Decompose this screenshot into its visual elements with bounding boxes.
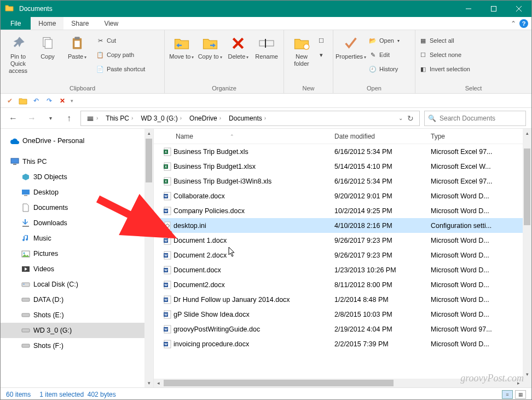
tree-this-pc[interactable]: This PC <box>1 154 153 169</box>
scrollbar-thumb[interactable] <box>524 148 530 225</box>
qat-dropdown-icon[interactable]: ▾ <box>71 98 73 104</box>
delete-button[interactable]: Delete <box>225 32 252 60</box>
breadcrumb-root-icon[interactable]: › <box>83 111 101 125</box>
file-row[interactable]: WgroovyPostWritingGuide.doc2/19/2012 4:0… <box>154 322 531 336</box>
back-button[interactable]: ← <box>6 111 20 125</box>
up-button[interactable]: ↑ <box>62 111 76 125</box>
share-tab[interactable]: Share <box>63 17 96 30</box>
column-name[interactable]: Name ⌃ <box>176 133 334 140</box>
paste-button[interactable]: Paste <box>63 32 91 60</box>
column-type[interactable]: Type <box>431 133 531 140</box>
file-row[interactable]: WCollaborate.docx9/20/2012 9:01 PMMicros… <box>154 188 531 203</box>
recent-locations-button[interactable]: ▾ <box>43 111 57 125</box>
refresh-button[interactable]: ↻ <box>407 114 414 123</box>
file-name: Document.docx <box>174 266 334 274</box>
collapse-ribbon-icon[interactable]: ⌃ <box>511 20 516 27</box>
scroll-up-icon[interactable]: ▴ <box>144 129 153 138</box>
easy-access-button[interactable]: ▾ <box>317 49 326 61</box>
breadcrumb-item[interactable]: This PC› <box>102 111 136 125</box>
tree-item[interactable]: Shots (F:) <box>1 338 153 353</box>
view-tab[interactable]: View <box>96 17 126 30</box>
scroll-down-icon[interactable]: ▾ <box>523 370 531 379</box>
maximize-button[interactable] <box>481 1 506 17</box>
tree-item[interactable]: Music <box>1 231 153 246</box>
sidebar-scrollbar[interactable]: ▴ ▾ <box>144 129 153 387</box>
file-row[interactable]: WDocument2.docx8/11/2012 8:00 PMMicrosof… <box>154 277 531 292</box>
cut-button[interactable]: ✂Cut <box>96 35 145 47</box>
new-item-button[interactable]: ☐ <box>317 35 326 47</box>
rename-button[interactable]: Rename <box>253 32 280 60</box>
properties-qat-icon[interactable]: ✔ <box>5 96 15 106</box>
move-to-button[interactable]: Move to <box>168 32 195 60</box>
file-name: Business Trip Budget-i3Win8.xls <box>174 178 334 185</box>
column-date[interactable]: Date modified <box>334 133 431 140</box>
open-button[interactable]: 📂Open▾ <box>368 35 400 47</box>
tree-item-icon <box>21 341 30 350</box>
minimize-button[interactable] <box>456 1 481 17</box>
forward-button[interactable]: → <box>25 111 39 125</box>
new-folder-button[interactable]: New folder <box>287 32 316 67</box>
tree-item[interactable]: Documents <box>1 200 153 215</box>
edit-button[interactable]: ✎Edit <box>368 49 400 61</box>
select-all-button[interactable]: ▦Select all <box>419 35 470 47</box>
scroll-up-icon[interactable]: ▴ <box>523 129 531 138</box>
address-bar[interactable]: › This PC› WD 3_0 (G:)› OneDrive› Docume… <box>80 111 420 126</box>
address-dropdown-icon[interactable]: ⌄ <box>398 115 403 121</box>
history-button[interactable]: 🕘History <box>368 63 400 75</box>
tree-item[interactable]: 3D Objects <box>1 169 153 185</box>
breadcrumb-item[interactable]: WD 3_0 (G:)› <box>137 111 185 125</box>
tree-item[interactable]: Downloads <box>1 215 153 231</box>
file-row[interactable]: WCompany Policies.docx10/2/2014 9:25 PMM… <box>154 203 531 218</box>
file-row[interactable]: WDocument 1.docx9/26/2017 9:23 PMMicroso… <box>154 233 531 248</box>
file-row[interactable]: XBusiness Trip Budget1.xlsx5/14/2015 4:1… <box>154 159 531 174</box>
file-type: Microsoft Excel W... <box>431 163 531 170</box>
pin-to-quick-access-button[interactable]: Pin to Quick access <box>4 32 32 75</box>
file-row[interactable]: WDocument.docx1/23/2013 10:26 PMMicrosof… <box>154 262 531 277</box>
scroll-down-icon[interactable]: ▾ <box>144 379 153 387</box>
file-row[interactable]: desktop.ini4/10/2018 2:16 PMConfiguratio… <box>154 218 531 233</box>
delete-qat-icon[interactable]: ✕ <box>57 96 67 106</box>
thumbnails-view-button[interactable]: ▦ <box>515 390 526 399</box>
tree-item[interactable]: Pictures <box>1 246 153 261</box>
tree-item[interactable]: Shots (E:) <box>1 307 153 323</box>
help-icon[interactable]: ? <box>519 19 528 28</box>
scrollbar-thumb[interactable] <box>164 380 394 386</box>
file-type: Microsoft Word D... <box>431 281 531 289</box>
copy-path-button[interactable]: 📋Copy path <box>96 49 145 61</box>
status-item-count: 60 items <box>6 391 31 398</box>
tree-item[interactable]: Videos <box>1 261 153 277</box>
file-row[interactable]: WDocument 2.docx9/26/2017 9:23 PMMicroso… <box>154 248 531 262</box>
tree-item[interactable]: Local Disk (C:) <box>1 277 153 292</box>
tree-item-icon <box>21 265 30 273</box>
search-input[interactable]: 🔍 Search Documents <box>424 111 526 126</box>
details-view-button[interactable]: ≡ <box>502 390 513 399</box>
file-row[interactable]: Winvoicing procedure.docx2/2/2015 7:39 P… <box>154 336 531 351</box>
scroll-left-icon[interactable]: ◂ <box>154 379 163 387</box>
close-button[interactable] <box>506 1 531 17</box>
breadcrumb-item[interactable]: Documents› <box>225 111 269 125</box>
tree-item[interactable]: DATA (D:) <box>1 292 153 307</box>
copy-to-button[interactable]: Copy to <box>196 32 224 60</box>
tree-onedrive[interactable]: OneDrive - Personal <box>1 133 153 148</box>
file-tab[interactable]: File <box>1 17 31 30</box>
breadcrumb-item[interactable]: OneDrive› <box>186 111 224 125</box>
properties-button[interactable]: Properties <box>337 32 365 60</box>
file-row[interactable]: XBusiness Trip Budget.xls6/16/2012 5:34 … <box>154 144 531 159</box>
copy-button[interactable]: Copy <box>33 32 62 60</box>
tree-item[interactable]: Desktop <box>1 185 153 200</box>
file-row[interactable]: WDr Hund Follow up January 2014.docx1/2/… <box>154 292 531 307</box>
tree-item[interactable]: WD 3_0 (G:) <box>1 323 153 338</box>
file-scrollbar-vertical[interactable]: ▴ ▾ <box>523 129 531 379</box>
new-folder-qat-icon[interactable] <box>18 96 28 106</box>
file-row[interactable]: WgP Slide Show Idea.docx2/8/2015 10:03 P… <box>154 307 531 322</box>
scrollbar-thumb[interactable] <box>146 139 152 182</box>
undo-qat-icon[interactable]: ↶ <box>31 96 41 106</box>
pin-icon <box>9 35 27 52</box>
file-type-icon: W <box>161 279 174 290</box>
paste-shortcut-button[interactable]: 📄Paste shortcut <box>96 63 145 75</box>
file-row[interactable]: XBusiness Trip Budget-i3Win8.xls6/16/201… <box>154 174 531 188</box>
invert-selection-button[interactable]: ◧Invert selection <box>419 63 470 75</box>
select-none-button[interactable]: ☐Select none <box>419 49 470 61</box>
redo-qat-icon[interactable]: ↷ <box>44 96 54 106</box>
home-tab[interactable]: Home <box>31 17 63 30</box>
